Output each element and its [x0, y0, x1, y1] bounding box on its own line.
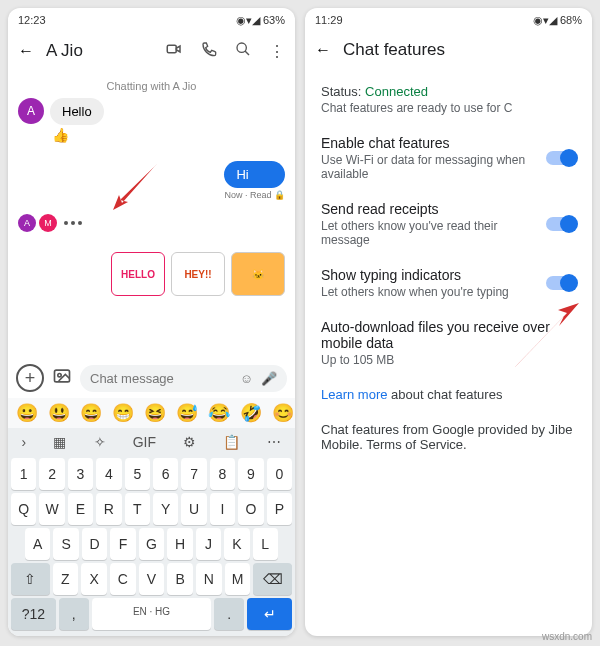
emoji[interactable]: 😂	[208, 402, 230, 424]
space-key[interactable]: EN · HG	[92, 598, 212, 630]
gallery-icon[interactable]	[52, 366, 72, 390]
outgoing-bubble[interactable]: Hi	[224, 161, 285, 188]
incoming-message-row: A Hello	[18, 98, 285, 125]
emoji[interactable]: 😁	[112, 402, 134, 424]
key[interactable]: C	[110, 563, 136, 595]
key[interactable]: B	[167, 563, 193, 595]
key[interactable]: 3	[68, 458, 93, 490]
emoji-strip[interactable]: 😀 😃 😄 😁 😆 😅 😂 🤣 😊	[8, 398, 295, 428]
sticker[interactable]: HEY!!	[171, 252, 225, 296]
status-time: 11:29	[315, 14, 343, 26]
key[interactable]: H	[167, 528, 192, 560]
period-key[interactable]: .	[214, 598, 244, 630]
emoji[interactable]: 😊	[272, 402, 294, 424]
kb-tool-icon[interactable]: 📋	[223, 434, 240, 450]
comma-key[interactable]: ,	[59, 598, 89, 630]
kb-tool-icon[interactable]: GIF	[133, 434, 156, 450]
back-icon[interactable]: ←	[18, 42, 34, 60]
key[interactable]: A	[25, 528, 50, 560]
toggle-switch[interactable]	[546, 217, 576, 231]
setting-read-receipts[interactable]: Send read receiptsLet others know you've…	[321, 191, 576, 257]
mic-icon[interactable]: 🎤	[261, 371, 277, 386]
setting-sub: Let others know when you're typing	[321, 285, 536, 299]
key[interactable]: Q	[11, 493, 36, 525]
kb-tool-icon[interactable]: ⋯	[267, 434, 281, 450]
message-meta: Now · Read 🔒	[224, 190, 285, 200]
emoji[interactable]: 🤣	[240, 402, 262, 424]
key[interactable]: 8	[210, 458, 235, 490]
reaction[interactable]: 👍	[52, 127, 285, 143]
key[interactable]: 9	[238, 458, 263, 490]
key[interactable]: T	[125, 493, 150, 525]
key[interactable]: U	[181, 493, 206, 525]
more-icon[interactable]: ⋮	[269, 42, 285, 61]
key[interactable]: M	[225, 563, 251, 595]
key[interactable]: Y	[153, 493, 178, 525]
contact-name[interactable]: A Jio	[46, 41, 153, 61]
key[interactable]: 2	[39, 458, 64, 490]
emoji[interactable]: 😆	[144, 402, 166, 424]
emoji[interactable]: 😅	[176, 402, 198, 424]
learn-more-link[interactable]: Learn more	[321, 387, 387, 402]
emoji-icon[interactable]: ☺	[240, 371, 253, 386]
input-placeholder: Chat message	[90, 371, 174, 386]
key[interactable]: D	[82, 528, 107, 560]
status-time: 12:23	[18, 14, 46, 26]
setting-sub: Let others know you've read their messag…	[321, 219, 536, 247]
key[interactable]: 4	[96, 458, 121, 490]
kb-tool-icon[interactable]: ⚙	[183, 434, 196, 450]
annotation-arrow	[108, 155, 168, 215]
key[interactable]: X	[81, 563, 107, 595]
key[interactable]: V	[139, 563, 165, 595]
sticker-suggestions: HELLO HEY!! 🐱	[18, 252, 285, 296]
setting-title: Send read receipts	[321, 201, 536, 217]
key[interactable]: S	[53, 528, 78, 560]
key[interactable]: 5	[125, 458, 150, 490]
incoming-bubble[interactable]: Hello	[50, 98, 104, 125]
add-button[interactable]: +	[16, 364, 44, 392]
toggle-switch[interactable]	[546, 276, 576, 290]
emoji[interactable]: 😃	[48, 402, 70, 424]
setting-enable-chat[interactable]: Enable chat featuresUse Wi-Fi or data fo…	[321, 125, 576, 191]
enter-key[interactable]: ↵	[247, 598, 292, 630]
key[interactable]: I	[210, 493, 235, 525]
kb-tool-icon[interactable]: ✧	[94, 434, 106, 450]
key[interactable]: F	[110, 528, 135, 560]
key[interactable]: 0	[267, 458, 292, 490]
kb-tool-icon[interactable]: ▦	[53, 434, 66, 450]
kb-tool-icon[interactable]: ›	[22, 434, 27, 450]
search-icon[interactable]	[235, 41, 251, 61]
status-icons: ◉▾◢ 63%	[236, 14, 285, 27]
key[interactable]: K	[224, 528, 249, 560]
key[interactable]: 6	[153, 458, 178, 490]
key[interactable]: G	[139, 528, 164, 560]
key[interactable]: 1	[11, 458, 36, 490]
backspace-key[interactable]: ⌫	[253, 563, 292, 595]
avatar[interactable]: A	[18, 98, 44, 124]
sticker[interactable]: HELLO	[111, 252, 165, 296]
phone-icon[interactable]	[201, 41, 217, 61]
learn-more-text: about chat features	[387, 387, 502, 402]
compose-row: + Chat message ☺ 🎤	[8, 358, 295, 398]
key[interactable]: N	[196, 563, 222, 595]
key[interactable]: J	[196, 528, 221, 560]
key[interactable]: 7	[181, 458, 206, 490]
key[interactable]: R	[96, 493, 121, 525]
video-call-icon[interactable]	[165, 40, 183, 62]
messages-conversation-screen: 12:23 ◉▾◢ 63% ← A Jio ⋮ Chatting with A …	[8, 8, 295, 636]
key[interactable]: Z	[53, 563, 79, 595]
emoji[interactable]: 😄	[80, 402, 102, 424]
learn-more-row: Learn more about chat features	[321, 377, 576, 412]
emoji[interactable]: 😀	[16, 402, 38, 424]
key[interactable]: W	[39, 493, 64, 525]
key[interactable]: O	[238, 493, 263, 525]
message-input[interactable]: Chat message ☺ 🎤	[80, 365, 287, 392]
key[interactable]: P	[267, 493, 292, 525]
key[interactable]: L	[253, 528, 278, 560]
symbols-key[interactable]: ?12	[11, 598, 56, 630]
key[interactable]: E	[68, 493, 93, 525]
back-icon[interactable]: ←	[315, 41, 331, 59]
sticker[interactable]: 🐱	[231, 252, 285, 296]
toggle-switch[interactable]	[546, 151, 576, 165]
shift-key[interactable]: ⇧	[11, 563, 50, 595]
